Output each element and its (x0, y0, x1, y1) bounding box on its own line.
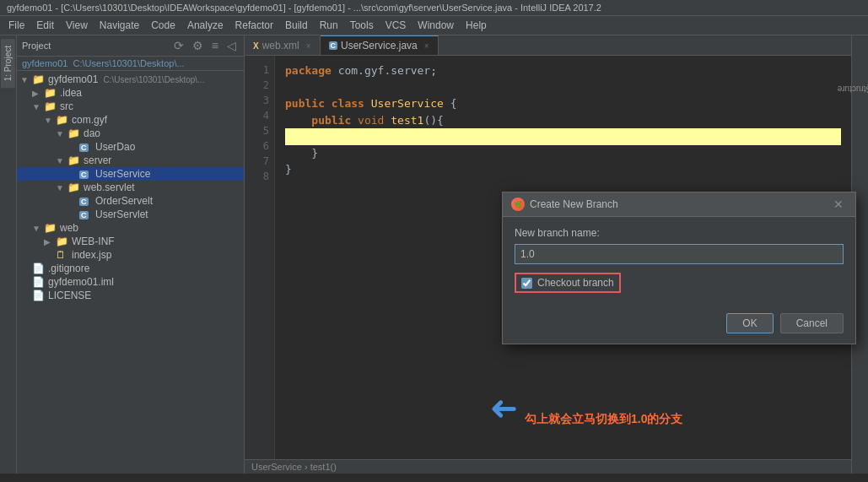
tree-item-userservlet[interactable]: C UserServlet (17, 208, 244, 221)
menu-build[interactable]: Build (280, 18, 313, 33)
tree-label: com.gyf (72, 114, 107, 126)
tree-label: LICENSE (48, 290, 91, 301)
tree-item-src[interactable]: ▼ 📁 src (17, 100, 244, 113)
checkout-branch-label: Checkout branch (537, 277, 614, 289)
panel-sync-icon[interactable]: ⟳ (171, 38, 186, 53)
menu-tools[interactable]: Tools (345, 18, 379, 33)
tree-label: gyfdemo01 (48, 73, 98, 85)
code-line-4: public void test1(){ (285, 112, 841, 129)
tree-arrow: ▼ (56, 129, 67, 138)
dialog-close-button[interactable]: ✕ (830, 198, 847, 211)
module-icon: 📁 (32, 73, 46, 85)
tree-label: OrderServelt (95, 195, 153, 207)
tree-arrow: ▶ (32, 89, 44, 98)
tree-item-gitignore[interactable]: 📄 .gitignore (17, 262, 244, 275)
tree-arrow: ▼ (44, 116, 56, 125)
tree-arrow: ▼ (20, 75, 32, 84)
title-bar: gyfdemo01 - [C:\Users\10301\Desktop\IDEA… (0, 0, 868, 16)
code-line-1: package com.gyf.server; (285, 62, 841, 79)
breadcrumb-text: gyfdemo01 (22, 58, 67, 68)
menu-analyze[interactable]: Analyze (182, 18, 229, 33)
license-icon: 📄 (32, 290, 46, 301)
java-class-icon: C (79, 168, 93, 180)
tab-bar: X web.xml × C UserService.java × (245, 35, 851, 56)
branch-name-input[interactable] (515, 244, 844, 264)
tree-item-web[interactable]: ▼ 📁 web (17, 221, 244, 235)
menu-run[interactable]: Run (315, 18, 343, 33)
editor-area: X web.xml × C UserService.java × 1 2 3 4… (245, 35, 851, 474)
tree-item-gyfdemo01[interactable]: ▼ 📁 gyfdemo01 C:\Users\10301\Desktop\... (17, 73, 244, 86)
tab-label: UserService.java (341, 40, 418, 51)
checkout-branch-checkbox[interactable] (521, 278, 532, 289)
tree-item-webinf[interactable]: ▶ 📁 WEB-INF (17, 235, 244, 248)
menu-code[interactable]: Code (146, 18, 181, 33)
xml-icon: X (253, 41, 259, 51)
tree-label: UserDao (95, 141, 135, 153)
folder-icon: 📁 (56, 236, 69, 247)
dialog-body: New branch name: Checkout branch OK Canc… (503, 217, 855, 344)
java-class-icon: C (79, 141, 93, 153)
menu-navigate[interactable]: Navigate (94, 18, 144, 33)
ok-button[interactable]: OK (726, 313, 773, 333)
jsp-icon: 🗒 (56, 249, 69, 261)
tree-label: web (60, 222, 78, 234)
tree-item-com-gyf[interactable]: ▼ 📁 com.gyf (17, 113, 244, 127)
tree-item-userdao[interactable]: C UserDao (17, 140, 244, 154)
create-branch-dialog[interactable]: 🌿 Create New Branch ✕ New branch name: C… (502, 192, 856, 344)
tree-item-index-jsp[interactable]: 🗒 index.jsp (17, 248, 244, 262)
menu-refactor[interactable]: Refactor (230, 18, 278, 33)
tree-label: UserService (95, 168, 150, 180)
side-tab-left: 1: Project (0, 35, 17, 474)
folder-icon: 📁 (44, 87, 57, 99)
menu-vcs[interactable]: VCS (380, 18, 412, 33)
line-numbers: 1 2 3 4 5 6 7 8 (245, 56, 275, 459)
tree-arrow: ▼ (32, 224, 44, 233)
structure-side-tab[interactable]: 2: Structure (831, 82, 868, 96)
tree-label: UserServlet (95, 209, 148, 220)
project-side-tab[interactable]: 1: Project (1, 39, 15, 88)
tree-label: src (60, 100, 73, 112)
tree-item-iml[interactable]: 📄 gyfdemo01.iml (17, 275, 244, 289)
branch-dialog-icon: 🌿 (511, 198, 525, 211)
java-class-icon: C (79, 209, 93, 220)
branch-name-label: New branch name: (515, 227, 844, 239)
tree-item-dao[interactable]: ▼ 📁 dao (17, 127, 244, 140)
tab-close-webxml[interactable]: × (306, 41, 311, 51)
gitignore-icon: 📄 (32, 263, 46, 274)
menu-view[interactable]: View (61, 18, 93, 33)
title-text: gyfdemo01 - [C:\Users\10301\Desktop\IDEA… (7, 3, 601, 13)
tree-label: .idea (60, 87, 82, 99)
tree-item-orderservelt[interactable]: C OrderServelt (17, 194, 244, 208)
main-layout: 1: Project Project ⟳ ⚙ ≡ ◁ gyfdemo01 C:\… (0, 35, 868, 474)
status-path: UserService › test1() (251, 462, 337, 472)
menu-help[interactable]: Help (461, 18, 492, 33)
code-line-3: public class UserService { (285, 95, 841, 112)
tree-arrow: ▼ (56, 183, 67, 192)
tree-arrow: ▶ (44, 237, 56, 246)
dialog-buttons: OK Cancel (515, 313, 844, 333)
dialog-title: 🌿 Create New Branch (511, 198, 618, 211)
tree-item-userservice[interactable]: C UserService (17, 167, 244, 181)
tree-item-license[interactable]: 📄 LICENSE (17, 289, 244, 302)
tree-label: gyfdemo01.iml (48, 276, 114, 288)
tree-item-server[interactable]: ▼ 📁 server (17, 154, 244, 167)
menu-file[interactable]: File (3, 18, 30, 33)
status-bar: UserService › test1() (245, 459, 851, 474)
tab-webxml[interactable]: X web.xml × (245, 36, 321, 55)
menu-edit[interactable]: Edit (31, 18, 59, 33)
cancel-button[interactable]: Cancel (780, 313, 844, 333)
panel-settings-icon[interactable]: ≡ (209, 38, 221, 53)
tab-close-userservice[interactable]: × (424, 41, 429, 51)
tree-item-idea[interactable]: ▶ 📁 .idea (17, 86, 244, 100)
dialog-title-bar: 🌿 Create New Branch ✕ (503, 192, 855, 217)
tree-label: server (84, 154, 111, 166)
tab-userservice[interactable]: C UserService.java × (321, 35, 439, 55)
tree-item-web-servlet[interactable]: ▼ 📁 web.servlet (17, 181, 244, 194)
project-panel: Project ⟳ ⚙ ≡ ◁ gyfdemo01 C:\Users\10301… (17, 35, 245, 474)
panel-pin-icon[interactable]: ◁ (224, 38, 239, 53)
menu-window[interactable]: Window (412, 18, 459, 33)
panel-gear-icon[interactable]: ⚙ (190, 38, 206, 53)
tree-label: dao (84, 127, 100, 139)
dialog-title-text: Create New Branch (530, 198, 618, 210)
tree-label: index.jsp (72, 249, 111, 261)
